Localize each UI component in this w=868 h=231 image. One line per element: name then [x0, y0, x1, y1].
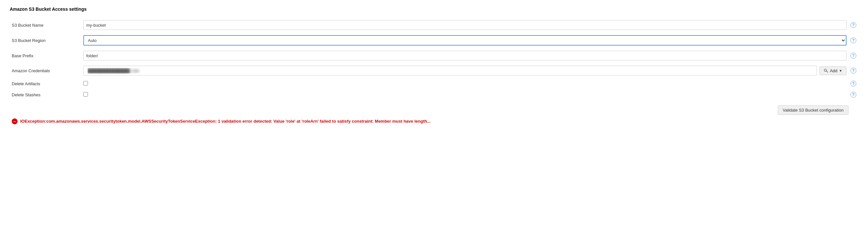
base-prefix-label: Base Prefix: [10, 48, 82, 63]
validate-s3-button[interactable]: Validate S3 Bucket configuration: [778, 105, 848, 115]
base-prefix-help-icon[interactable]: ?: [850, 53, 856, 59]
delete-artifacts-help-icon[interactable]: ?: [850, 81, 856, 87]
delete-stashes-label: Delete Stashes: [10, 89, 82, 100]
s3-bucket-name-input[interactable]: [83, 20, 846, 30]
key-icon: [824, 68, 828, 73]
error-icon: –: [12, 119, 18, 124]
s3-bucket-name-label: S3 Bucket Name: [10, 18, 82, 33]
add-credentials-button[interactable]: Add ▼: [819, 66, 846, 75]
amazon-credentials-label: Amazon Credentials: [10, 63, 82, 78]
s3-bucket-region-label: S3 Bucket Region: [10, 33, 82, 48]
delete-stashes-help-icon[interactable]: ?: [850, 92, 856, 98]
add-dropdown-arrow: ▼: [839, 69, 842, 72]
svg-line-2: [827, 71, 828, 72]
s3-bucket-name-help-icon[interactable]: ?: [850, 22, 856, 28]
delete-artifacts-label: Delete Artifacts: [10, 78, 82, 89]
delete-artifacts-checkbox[interactable]: [83, 81, 88, 86]
amazon-credentials-help-icon[interactable]: ?: [850, 68, 856, 73]
error-message: IOException:com.amazonaws.services.secur…: [20, 118, 431, 125]
delete-stashes-checkbox[interactable]: [83, 92, 88, 97]
amazon-credentials-select[interactable]: ██████████████ :role: [83, 66, 817, 75]
error-container: – IOException:com.amazonaws.services.sec…: [10, 118, 858, 125]
s3-bucket-region-select[interactable]: Auto: [83, 35, 846, 45]
add-button-label: Add: [830, 68, 837, 73]
base-prefix-input[interactable]: [83, 51, 846, 61]
s3-bucket-region-help-icon[interactable]: ?: [850, 37, 856, 43]
section-title: Amazon S3 Bucket Access settings: [10, 6, 858, 12]
